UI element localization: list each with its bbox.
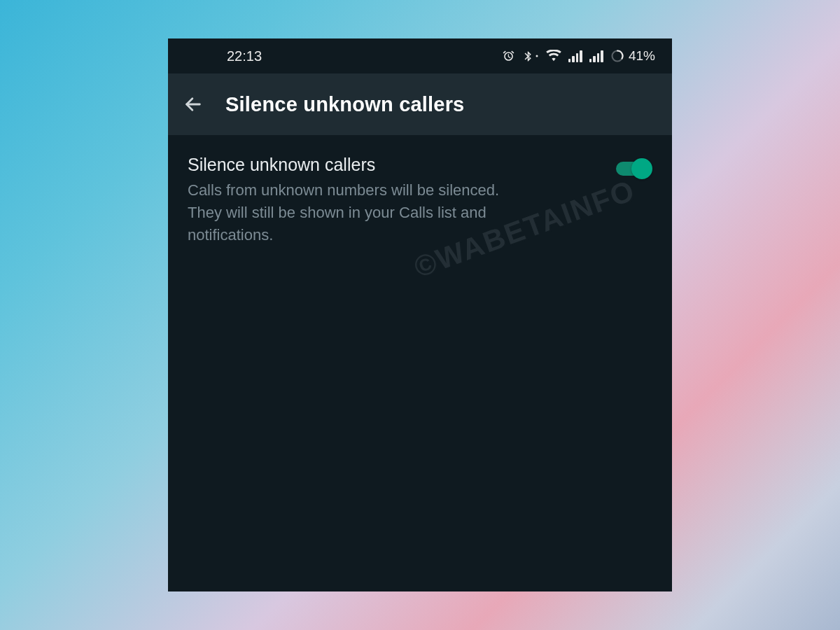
alarm-icon [502, 50, 515, 63]
setting-description: Calls from unknown numbers will be silen… [188, 179, 517, 246]
signal-icon [568, 50, 582, 62]
battery-percent: 41% [629, 48, 655, 64]
arrow-left-icon [183, 94, 203, 114]
svg-point-0 [536, 55, 538, 57]
settings-content: ©WABETAINFO Silence unknown callers Call… [168, 135, 672, 266]
silence-unknown-callers-row[interactable]: Silence unknown callers Calls from unkno… [188, 155, 652, 246]
silence-toggle[interactable] [613, 158, 652, 180]
toggle-thumb [631, 158, 652, 179]
status-bar: 22:13 41% [168, 38, 672, 74]
phone-screen: 22:13 41% [168, 38, 672, 592]
battery-icon [610, 49, 624, 63]
wifi-icon [546, 50, 561, 62]
setting-text-block: Silence unknown callers Calls from unkno… [188, 155, 596, 246]
status-time: 22:13 [185, 48, 262, 64]
setting-title: Silence unknown callers [188, 155, 596, 175]
signal-icon [589, 50, 603, 62]
bluetooth-icon [522, 50, 539, 63]
app-bar: Silence unknown callers [168, 74, 672, 135]
status-icons: 41% [502, 48, 655, 64]
back-button[interactable] [183, 94, 203, 114]
page-title: Silence unknown callers [225, 93, 464, 116]
